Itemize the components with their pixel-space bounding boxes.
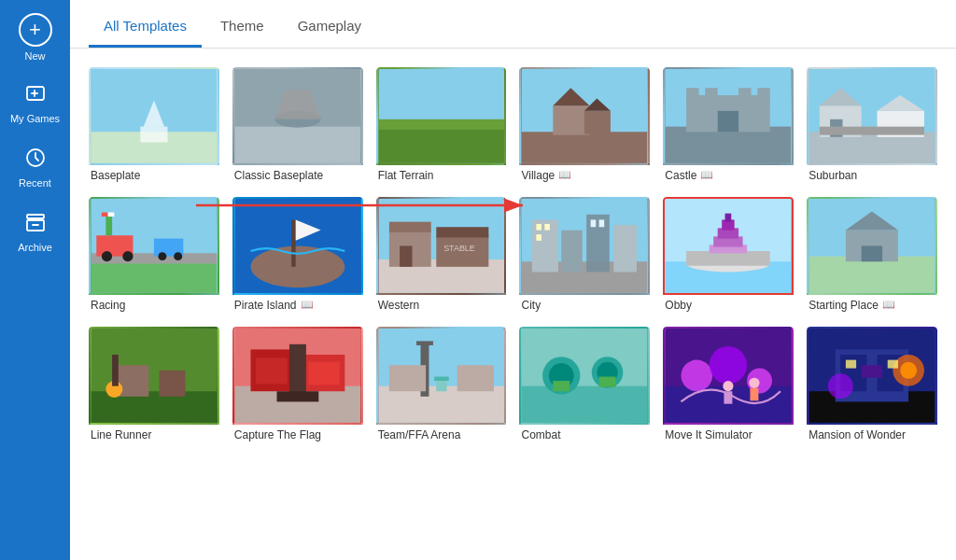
svg-rect-7 [140,127,167,143]
template-card-suburban[interactable]: Suburban [807,67,937,184]
recent-label: Recent [19,177,51,189]
template-card-team-ffa[interactable]: Team/FFA Arena [376,327,507,443]
svg-rect-56 [389,222,431,232]
new-button[interactable]: + New [0,0,70,71]
svg-rect-27 [758,88,770,100]
svg-rect-9 [235,127,360,163]
template-card-capture-flag[interactable]: Capture The Flag [232,327,363,443]
book-icon-village: 📖 [558,169,571,181]
svg-point-123 [750,377,760,387]
template-label-starting-place: Starting Place📖 [807,295,937,314]
template-card-village[interactable]: Village📖 [519,67,650,184]
svg-rect-46 [105,215,112,235]
tab-all-templates[interactable]: All Templates [89,5,202,48]
svg-rect-67 [537,224,542,231]
svg-rect-124 [751,388,759,400]
template-label-village: Village📖 [519,165,650,184]
tab-theme[interactable]: Theme [205,5,279,48]
svg-rect-133 [846,359,856,368]
template-card-combat[interactable]: Combat [519,327,650,443]
svg-rect-91 [112,355,119,386]
template-label-pirate-island: Pirate Island📖 [232,295,363,314]
archive-icon [24,211,47,238]
svg-rect-104 [389,365,426,391]
template-thumb-flat-terrain [376,67,507,165]
template-label-capture-flag: Capture The Flag [232,425,363,443]
my-games-label: My Games [10,113,60,124]
svg-point-118 [682,359,713,391]
template-card-obby[interactable]: Obby [663,197,794,314]
svg-rect-2 [27,215,44,218]
svg-point-50 [250,245,344,287]
template-card-baseplate[interactable]: Baseplate [89,67,219,184]
svg-rect-85 [862,245,882,261]
template-label-move-it: Move It Simulator [663,425,794,443]
tab-gameplay[interactable]: Gameplay [283,5,376,48]
svg-rect-71 [599,219,605,227]
svg-rect-122 [724,391,733,403]
template-label-racing: Racing [89,295,219,314]
my-games-icon [24,82,47,109]
svg-rect-66 [614,225,638,272]
book-icon-starting-place: 📖 [882,299,895,311]
template-label-castle: Castle📖 [663,165,794,184]
svg-rect-69 [537,234,542,241]
svg-rect-28 [718,111,738,132]
template-card-city[interactable]: City [519,197,650,314]
svg-point-121 [724,381,734,391]
book-icon-castle: 📖 [700,169,713,181]
svg-rect-114 [554,381,570,391]
recent-icon [24,147,47,174]
book-icon-pirate-island: 📖 [301,299,314,311]
svg-rect-103 [416,341,433,344]
template-grid-area: Baseplate Classic Baseplate Flat Terrain… [70,49,956,560]
template-thumb-mansion [807,327,937,425]
template-thumb-capture-flag [232,327,363,425]
template-label-obby: Obby [663,295,794,314]
svg-rect-25 [706,88,718,100]
new-icon: + [19,13,52,47]
svg-rect-16 [522,132,648,163]
svg-rect-24 [686,88,698,100]
svg-rect-70 [591,219,597,227]
svg-rect-51 [291,219,295,266]
svg-rect-68 [545,224,551,231]
svg-point-132 [828,373,853,399]
template-thumb-starting-place [807,197,937,295]
svg-point-44 [158,252,166,260]
svg-rect-107 [434,376,449,380]
svg-rect-99 [276,391,318,401]
template-card-castle[interactable]: Castle📖 [663,67,794,184]
svg-rect-64 [562,231,583,273]
svg-rect-22 [666,127,791,163]
template-card-western[interactable]: STABLE Western [376,197,507,314]
svg-rect-82 [809,257,935,293]
svg-rect-47 [102,212,108,216]
svg-point-42 [122,251,133,261]
template-thumb-obby [663,197,794,295]
template-thumb-team-ffa [376,327,507,425]
template-card-line-runner[interactable]: Line Runner [89,327,219,443]
archive-label: Archive [18,242,52,253]
template-card-mansion[interactable]: Mansion of Wonder [807,327,937,443]
sidebar-item-my-games[interactable]: My Games [0,71,70,135]
sidebar-item-archive[interactable]: Archive [0,200,70,264]
svg-rect-26 [738,88,751,100]
template-card-classic-baseplate[interactable]: Classic Baseplate [232,67,363,184]
template-card-move-it[interactable]: Move It Simulator [663,327,794,443]
sidebar-item-recent[interactable]: Recent [0,135,70,200]
tab-bar: All Templates Theme Gameplay [70,0,956,49]
template-thumb-move-it [663,327,794,425]
template-label-suburban: Suburban [807,165,937,184]
template-label-flat-terrain: Flat Terrain [376,165,507,184]
svg-rect-17 [554,105,590,134]
template-card-flat-terrain[interactable]: Flat Terrain [376,67,507,184]
template-thumb-western: STABLE [376,197,507,295]
template-card-pirate-island[interactable]: Pirate Island📖 [232,197,363,314]
template-thumb-classic-baseplate [232,67,363,165]
template-card-starting-place[interactable]: Starting Place📖 [807,197,937,314]
svg-rect-115 [599,376,616,386]
svg-rect-14 [378,119,503,130]
template-card-racing[interactable]: Racing [89,197,219,314]
svg-rect-59 [436,227,488,237]
